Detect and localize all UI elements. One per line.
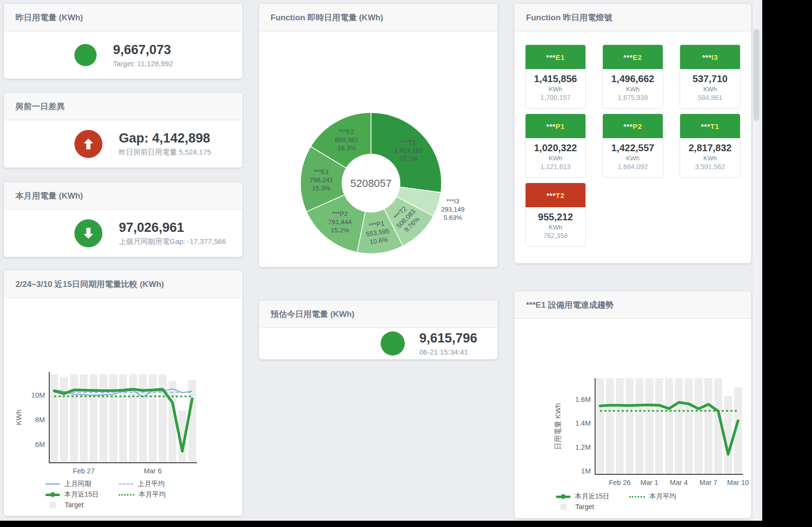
legend-item[interactable]: 上月同期 [45, 480, 119, 488]
legend-item[interactable]: 本月近15日 [556, 492, 629, 501]
tile-value: 1,422,557 [603, 142, 663, 154]
status-tile-T2[interactable]: ***T2955,212KWh762,358 [525, 183, 586, 247]
card-title: Function 即時日用電量 (KWh) [259, 4, 498, 31]
tile-code: I3 [712, 53, 718, 61]
legend-label: Target [575, 503, 594, 511]
card-title: 昨日用電量 (KWh) [4, 4, 242, 31]
tile-stars: *** [702, 53, 712, 61]
stat-text-block: 9,667,073 Target: 11,128,992 [113, 43, 173, 68]
tile-target-value: 1,121,613 [526, 163, 585, 171]
tile-target-value: 1,684,092 [603, 163, 663, 171]
legend-item[interactable]: Target [556, 503, 629, 511]
tile-stars: *** [546, 122, 556, 130]
card-month-usage: 本月用電量 (KWh) 97,026,961 上個月同期用電Gap: -17,3… [4, 182, 242, 257]
tile-value: 1,020,322 [526, 142, 585, 154]
stat-subtitle: Target: 11,128,992 [113, 59, 173, 68]
card-title: ***E1 設備用電達成趨勢 [514, 291, 751, 319]
status-tile-E1[interactable]: ***E11,415,856KWh1,700,157 [525, 44, 586, 109]
card-title: 本月用電量 (KWh) [4, 182, 242, 210]
legend-swatch-square-icon [560, 504, 567, 510]
y-tick-label: 8M [35, 416, 45, 424]
status-tile-I3[interactable]: ***I3537,710KWh584,861 [680, 44, 741, 109]
target-bar [626, 378, 633, 474]
legend-item[interactable]: 上月平均 [119, 480, 192, 488]
tile-header: ***I3 [680, 45, 740, 69]
tile-value: 955,212 [526, 212, 585, 223]
tile-target-value: 3,591,562 [680, 163, 740, 171]
tile-target-value: 1,700,157 [526, 94, 585, 101]
tile-code: E1 [556, 53, 565, 61]
legend-label: 本月近15日 [575, 492, 610, 501]
legend-item[interactable]: 本月近15日 [45, 490, 119, 499]
tile-unit: KWh [603, 85, 663, 93]
x-tick-label: Feb 26 [609, 479, 630, 486]
screen-edge-bottom [0, 521, 812, 527]
dashboard-page: 昨日用電量 (KWh) 9,667,073 Target: 11,128,992… [0, 0, 812, 527]
stat-value: 9,667,073 [113, 43, 173, 57]
target-bar [675, 378, 683, 474]
stat-timestamp: 06-21 15:34:41 [419, 348, 477, 356]
target-bar [685, 378, 693, 474]
card-e1-trend-chart: ***E1 設備用電達成趨勢 1.6M1.4M1.2M1MFeb 26Mar 1… [514, 291, 751, 518]
target-bar [665, 378, 673, 474]
card-title: 2/24~3/10 近15日同期用電量比較 (KWh) [4, 271, 242, 298]
status-tile-T1[interactable]: ***T12,817,832KWh3,591,562 [680, 114, 741, 178]
legend-row: Target [514, 503, 751, 511]
target-bar [704, 378, 712, 474]
status-tile-P2[interactable]: ***P21,422,557KWh1,684,092 [602, 114, 663, 178]
tile-target-value: 1,675,939 [603, 94, 663, 101]
screen-edge-right [762, 0, 812, 527]
target-bar [129, 374, 137, 463]
target-bar [149, 374, 157, 463]
right-column: Function 昨日用電燈號 ***E11,415,856KWh1,700,1… [514, 4, 751, 518]
legend-label: 上月同期 [64, 480, 91, 488]
legend-label: 上月平均 [138, 480, 165, 488]
status-tile-E2[interactable]: ***E21,496,662KWh1,675,939 [602, 44, 663, 109]
target-bar [90, 374, 98, 463]
tile-target-value: 762,358 [526, 232, 585, 240]
legend-item[interactable]: 本月平均 [119, 490, 192, 499]
target-bar [119, 374, 127, 463]
y-axis-title: KWh [14, 410, 23, 426]
legend-item[interactable]: 本月平均 [629, 492, 703, 501]
tile-code: P1 [556, 122, 565, 130]
y-tick-label: 1.4M [575, 419, 591, 427]
stat-subtitle: 昨日與前日用電量 5,524,175 [119, 148, 211, 157]
target-bar [695, 378, 702, 474]
vertical-scrollbar-thumb[interactable] [754, 29, 759, 121]
tile-unit: KWh [526, 85, 585, 93]
tile-target-value: 584,861 [680, 94, 740, 101]
compare-chart-legend: 上月同期上月平均本月近15日本月平均Target [4, 480, 242, 509]
target-bar [645, 378, 653, 474]
tile-code: E2 [633, 53, 642, 61]
stat-value: 9,615,796 [419, 331, 477, 346]
target-bar [80, 374, 87, 463]
legend-item[interactable]: Target [45, 501, 119, 509]
tile-unit: KWh [680, 85, 740, 93]
compare-line-chart: 10M8M6MFeb 27Mar 6KWh [4, 298, 242, 478]
y-tick-label: 6M [35, 441, 45, 448]
x-tick-label: Mar 7 [699, 479, 717, 486]
status-tile-P1[interactable]: ***P11,020,322KWh1,121,613 [525, 114, 586, 178]
stat-subtitle: 上個月同期用電Gap: -17,377,566 [119, 237, 226, 246]
tile-value: 1,496,662 [603, 73, 663, 85]
stat-text-block: Gap: 4,142,898 昨日與前日用電量 5,524,175 [119, 131, 211, 157]
green-status-circle-icon [381, 331, 405, 356]
card-title: 與前一日差異 [4, 93, 242, 120]
x-tick-label: Feb 27 [73, 467, 95, 475]
realtime-usage-donut-chart: ***T11,413,18327.1%***I3293,1495.63%***T… [259, 31, 498, 267]
legend-swatch-dots-icon [629, 496, 645, 498]
legend-swatch-dash-icon [119, 484, 133, 484]
e1-chart-legend: 本月近15日本月平均Target [514, 492, 751, 511]
x-tick-label: Mar 4 [670, 479, 688, 486]
target-bar [655, 378, 663, 474]
legend-row: 上月同期上月平均 [4, 480, 242, 488]
tile-unit: KWh [526, 224, 585, 231]
y-tick-label: 1.6M [575, 396, 591, 403]
donut-center-total: 5208057 [350, 177, 392, 189]
tile-code: T2 [556, 191, 565, 199]
tile-header: ***E2 [603, 45, 663, 69]
tile-stars: *** [624, 53, 633, 61]
legend-swatch-square-icon [50, 502, 56, 508]
y-tick-label: 10M [31, 391, 45, 399]
